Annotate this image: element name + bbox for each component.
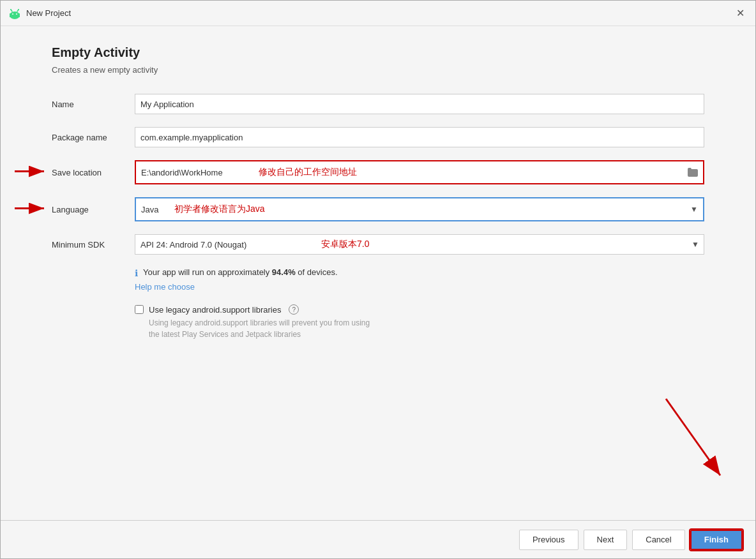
package-label: Package name [52, 133, 135, 142]
package-input[interactable] [135, 127, 704, 147]
svg-rect-1 [10, 13, 20, 17]
footer: Previous Next Cancel Finish [1, 520, 755, 558]
help-link[interactable]: Help me choose [135, 282, 195, 292]
folder-browse-button[interactable] [685, 165, 700, 180]
svg-point-6 [10, 9, 11, 10]
page-title: Empty Activity [52, 45, 704, 60]
help-tooltip-button[interactable]: ? [289, 304, 299, 315]
title-bar: New Project ✕ [1, 1, 755, 26]
legacy-support-label[interactable]: Use legacy android.support libraries [149, 305, 281, 315]
checkbox-description: Using legacy android.support libraries w… [149, 317, 704, 340]
sdk-select[interactable]: API 24: Android 7.0 (Nougat) API 21: And… [135, 234, 704, 255]
info-text: Your app will run on approximately 94.4%… [143, 267, 338, 277]
svg-point-2 [12, 13, 13, 15]
name-row: Name [52, 94, 704, 114]
sdk-label: Minimum SDK [52, 240, 135, 250]
language-wrapper: Java Kotlin ▼ 初学者修改语言为Java [135, 197, 704, 221]
info-icon: ℹ [135, 268, 138, 278]
info-text-suffix: of devices. [296, 267, 338, 277]
language-arrow [13, 199, 49, 220]
svg-point-7 [18, 9, 19, 10]
finish-arrow [653, 392, 730, 488]
info-percentage: 94.4% [272, 267, 296, 277]
previous-button[interactable]: Previous [519, 530, 578, 550]
legacy-support-checkbox[interactable] [135, 305, 144, 314]
window-title: New Project [26, 8, 732, 18]
info-text-prefix: Your app will run on approximately [143, 267, 272, 277]
package-row: Package name [52, 127, 704, 147]
language-row: Language Java Kotlin ▼ 初学者修改语言为Java [52, 197, 704, 221]
sdk-row: Minimum SDK API 24: Android 7.0 (Nougat)… [52, 234, 704, 255]
cancel-button[interactable]: Cancel [632, 530, 684, 550]
name-input[interactable] [135, 94, 704, 114]
info-section: ℹ Your app will run on approximately 94.… [135, 267, 704, 292]
svg-line-13 [666, 399, 720, 475]
save-location-input[interactable] [136, 161, 703, 183]
main-content: Empty Activity Creates a new empty activ… [1, 26, 755, 520]
close-button[interactable]: ✕ [732, 6, 748, 21]
save-location-row: Save location 修改自己的工作空间地址 [52, 160, 704, 184]
language-select-wrapper: Java Kotlin ▼ 初学者修改语言为Java [136, 198, 703, 220]
save-location-wrapper: 修改自己的工作空间地址 [135, 160, 704, 184]
language-select[interactable]: Java Kotlin [136, 198, 703, 220]
page-subtitle: Creates a new empty activity [52, 65, 704, 75]
language-label: Language [52, 205, 135, 214]
save-location-label: Save location [52, 168, 135, 177]
info-row: ℹ Your app will run on approximately 94.… [135, 267, 704, 278]
android-icon [8, 7, 21, 20]
checkbox-row: Use legacy android.support libraries ? [135, 304, 704, 315]
checkbox-section: Use legacy android.support libraries ? U… [135, 304, 704, 340]
finish-button[interactable]: Finish [690, 530, 743, 550]
save-arrow [13, 162, 49, 183]
next-button[interactable]: Next [584, 530, 628, 550]
name-label: Name [52, 100, 135, 109]
new-project-window: New Project ✕ Empty Activity Creates a n… [0, 0, 756, 559]
sdk-select-wrapper: API 24: Android 7.0 (Nougat) API 21: And… [135, 234, 704, 255]
svg-point-3 [16, 13, 17, 15]
